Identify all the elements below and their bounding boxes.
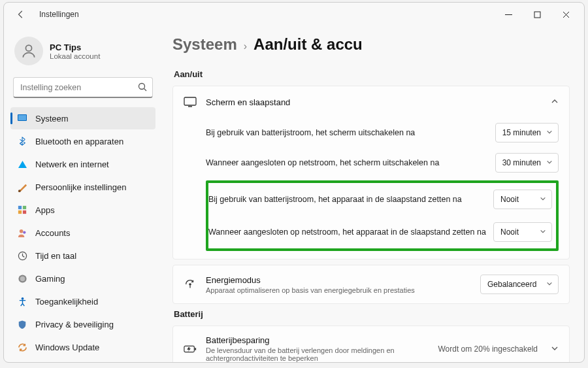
chevron-up-icon <box>551 96 559 108</box>
battery-saver-icon <box>184 343 197 356</box>
nav-label: Accounts <box>35 228 70 238</box>
row-label: Bij gebruik van batterijstroom, het appa… <box>208 195 493 204</box>
close-button[interactable] <box>551 5 580 24</box>
svg-point-15 <box>21 297 24 299</box>
row-sleep-ac: Wanneer aangesloten op netstroom, het ap… <box>208 216 556 248</box>
select-value: 15 minuten <box>502 128 541 137</box>
accounts-icon <box>17 227 27 238</box>
svg-point-2 <box>139 84 145 90</box>
chevron-down-icon <box>540 227 546 237</box>
svg-rect-0 <box>534 12 540 18</box>
shield-icon <box>17 319 27 329</box>
nav-item-systeem[interactable]: Systeem <box>10 107 155 129</box>
nav-label: Systeem <box>35 114 69 124</box>
select-value: Nooit <box>500 227 519 237</box>
nav-label: Apps <box>35 205 55 215</box>
battery-saver-sub: De levensduur van de batterij verlengen … <box>206 346 429 362</box>
chevron-down-icon <box>551 343 559 355</box>
search-input[interactable] <box>13 77 153 98</box>
minimize-button[interactable] <box>494 5 523 24</box>
row-label: Bij gebruik van batterijstroom, het sche… <box>206 128 495 137</box>
gaming-icon <box>17 273 27 284</box>
apps-icon <box>17 205 27 215</box>
nav-list: Systeem Bluetooth en apparaten Netwerk e… <box>10 107 155 358</box>
user-name: PC Tips <box>50 42 100 52</box>
update-icon <box>17 342 27 352</box>
user-sub: Lokaal account <box>50 52 100 60</box>
section-label-batterij: Batterij <box>174 309 570 319</box>
battery-saver-title: Batterijbesparing <box>206 335 429 345</box>
chevron-down-icon <box>540 195 546 204</box>
screen-icon <box>184 95 197 109</box>
clock-icon <box>17 250 27 261</box>
battery-saver-header[interactable]: Batterijbesparing De levensduur van de b… <box>173 326 569 362</box>
nav-label: Toegankelijkheid <box>35 297 98 307</box>
battery-saver-value: Wordt om 20% ingeschakeld <box>438 344 538 354</box>
row-screen-off-ac: Wanneer aangesloten op netstroom, het sc… <box>206 148 559 178</box>
maximize-button[interactable] <box>523 5 551 24</box>
user-block[interactable]: PC Tips Lokaal account <box>10 33 155 77</box>
sidebar: PC Tips Lokaal account Systeem Bluetooth… <box>4 26 159 362</box>
svg-point-14 <box>20 276 25 281</box>
nav-item-gaming[interactable]: Gaming <box>10 267 155 290</box>
energy-icon <box>184 278 197 291</box>
energy-sub: Apparaat optimaliseren op basis van ener… <box>206 286 471 294</box>
select-value: Gebalanceerd <box>487 280 536 289</box>
svg-point-11 <box>23 231 25 233</box>
nav-item-privacy[interactable]: Privacy & beveiliging <box>10 313 155 335</box>
row-screen-off-battery: Bij gebruik van batterijstroom, het sche… <box>206 118 559 148</box>
battery-saver-card: Batterijbesparing De levensduur van de b… <box>172 326 570 362</box>
nav-item-time-language[interactable]: Tijd en taal <box>10 244 155 267</box>
back-button[interactable] <box>13 7 29 22</box>
nav-label: Bluetooth en apparaten <box>35 137 123 146</box>
screen-sleep-header[interactable]: Scherm en slaapstand <box>173 86 569 118</box>
svg-rect-4 <box>18 115 26 120</box>
system-icon <box>17 113 27 124</box>
select-sleep-battery[interactable]: Nooit <box>493 190 552 209</box>
nav-label: Windows Update <box>35 343 99 352</box>
row-sleep-battery: Bij gebruik van batterijstroom, het appa… <box>208 183 556 216</box>
nav-item-accessibility[interactable]: Toegankelijkheid <box>10 290 155 312</box>
nav-item-personalization[interactable]: Persoonlijke instellingen <box>10 176 155 198</box>
energy-mode-card: Energiemodus Apparaat optimaliseren op b… <box>172 265 570 304</box>
select-screen-off-ac[interactable]: 30 minuten <box>495 153 559 173</box>
select-value: Nooit <box>500 195 519 204</box>
breadcrumb-parent[interactable]: Systeem <box>172 35 237 54</box>
chevron-down-icon <box>546 158 553 167</box>
search-icon <box>137 82 148 95</box>
svg-rect-6 <box>18 206 22 209</box>
nav-item-accounts[interactable]: Accounts <box>10 222 155 244</box>
titlebar: Instellingen <box>4 3 584 26</box>
nav-label: Tijd en taal <box>35 251 76 261</box>
select-energy-mode[interactable]: Gebalanceerd <box>480 275 559 294</box>
screen-sleep-rows: Bij gebruik van batterijstroom, het sche… <box>173 118 569 259</box>
select-value: 30 minuten <box>502 158 541 167</box>
chevron-down-icon <box>546 128 553 137</box>
nav-label: Privacy & beveiliging <box>35 320 114 329</box>
select-sleep-ac[interactable]: Nooit <box>493 222 552 242</box>
svg-point-5 <box>18 190 20 192</box>
nav-label: Gaming <box>35 274 65 284</box>
energy-mode-header[interactable]: Energiemodus Apparaat optimaliseren op b… <box>173 265 569 303</box>
settings-window: Instellingen PC Tips Lokaal account <box>3 2 585 363</box>
screen-sleep-card: Scherm en slaapstand Bij gebruik van bat… <box>172 86 570 259</box>
breadcrumb: Systeem › Aan/uit & accu <box>172 35 570 54</box>
search-wrap <box>13 77 153 98</box>
row-label: Wanneer aangesloten op netstroom, het sc… <box>206 158 495 167</box>
chevron-down-icon <box>546 280 553 289</box>
accessibility-icon <box>17 296 27 307</box>
page-title: Aan/uit & accu <box>253 35 363 54</box>
svg-rect-19 <box>195 348 196 350</box>
svg-rect-9 <box>23 210 26 214</box>
svg-point-1 <box>25 45 31 51</box>
svg-point-10 <box>19 229 23 233</box>
select-screen-off-battery[interactable]: 15 minuten <box>495 123 559 142</box>
main-content: Systeem › Aan/uit & accu Aan/uit Scherm … <box>159 26 584 362</box>
nav-item-windows-update[interactable]: Windows Update <box>10 336 155 358</box>
nav-item-apps[interactable]: Apps <box>10 199 155 221</box>
avatar <box>14 37 43 65</box>
svg-rect-16 <box>184 97 196 105</box>
nav-item-bluetooth[interactable]: Bluetooth en apparaten <box>10 130 155 152</box>
nav-item-network[interactable]: Netwerk en internet <box>10 153 155 175</box>
breadcrumb-separator: › <box>244 41 247 52</box>
